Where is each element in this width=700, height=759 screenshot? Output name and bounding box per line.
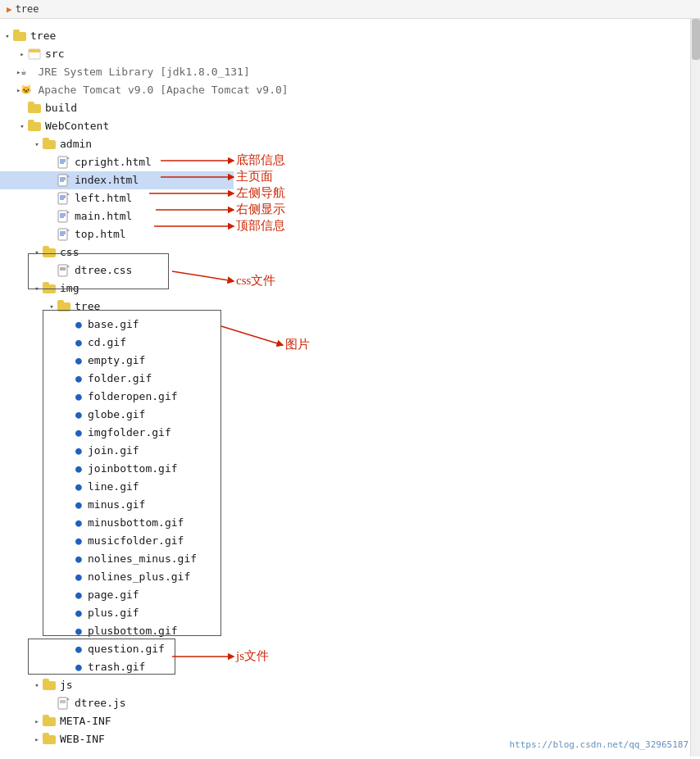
svg-marker-3	[67, 157, 70, 159]
tree-item[interactable]: ▸ ● page.gif	[0, 586, 234, 604]
gif-icon: ●	[72, 426, 85, 439]
tree-item[interactable]: ▸ ● join.gif	[0, 442, 234, 460]
tree-item[interactable]: ▸ ● musicfolder.gif	[0, 532, 234, 550]
gif-icon: ●	[72, 552, 85, 566]
item-label: empty.gif	[88, 352, 145, 369]
tree-item[interactable]: ▸ ● empty.gif	[0, 352, 234, 370]
item-label: minusbottom.gif	[88, 515, 184, 531]
svg-rect-17	[58, 211, 67, 222]
tree-item[interactable]: ▸ src	[0, 45, 234, 63]
expand-arrow: ▾	[16, 118, 28, 134]
item-label: META-INF	[60, 713, 111, 729]
main-content: ▾ tree ▸ src ▸ ☕ JRE System Library [jdk…	[0, 19, 700, 753]
svg-text:顶部信息: 顶部信息	[236, 219, 285, 232]
gif-icon: ●	[72, 390, 85, 403]
svg-rect-22	[58, 229, 67, 240]
svg-rect-12	[58, 193, 67, 204]
html-icon	[57, 210, 72, 223]
tree-item[interactable]: ▾ WebContent	[0, 117, 234, 135]
tree-item[interactable]: ▸ index.html	[0, 171, 234, 189]
expand-arrow: ▸	[31, 731, 43, 748]
tree-item[interactable]: ▸ ● plus.gif	[0, 604, 234, 622]
gif-icon: ●	[72, 462, 85, 475]
item-label: globe.gif	[88, 407, 145, 423]
item-label: main.html	[75, 208, 132, 225]
tree-item[interactable]: ▸ dtree.js	[0, 694, 234, 712]
item-label: css	[60, 244, 79, 261]
folder-icon	[43, 282, 57, 295]
tree-item[interactable]: ▸ main.html	[0, 207, 234, 225]
item-label: nolines_minus.gif	[88, 551, 197, 567]
svg-marker-32	[67, 698, 70, 700]
tree-item[interactable]: ▾ admin	[0, 135, 234, 153]
item-label: minus.gif	[88, 497, 145, 513]
tree-item[interactable]: ▸ ● globe.gif	[0, 406, 234, 424]
svg-text:右侧显示: 右侧显示	[236, 202, 285, 216]
title-bar: ▶ tree	[0, 0, 700, 19]
tree-item[interactable]: ▾ tree	[0, 27, 234, 45]
scrollbar-thumb[interactable]	[692, 19, 700, 60]
tree-item[interactable]: ▸ ● cd.gif	[0, 334, 234, 352]
html-icon	[57, 156, 72, 169]
tree-item[interactable]: ▸ META-INF	[0, 712, 234, 730]
tree-item[interactable]: ▸ left.html	[0, 189, 234, 207]
tree-item[interactable]: ▾ css	[0, 243, 234, 261]
tree-item[interactable]: ▸ top.html	[0, 225, 234, 243]
tree-item[interactable]: ▸ ● nolines_minus.gif	[0, 550, 234, 568]
tree-item[interactable]: ▸ cpright.html	[0, 153, 234, 171]
expand-arrow: ▾	[2, 28, 13, 44]
expand-arrow: ▾	[31, 280, 43, 297]
tree-item[interactable]: ▸ ● imgfolder.gif	[0, 424, 234, 442]
item-label: plus.gif	[88, 605, 139, 621]
item-label: tree	[30, 28, 56, 44]
folder-icon	[43, 733, 57, 746]
tree-item[interactable]: ▸ ● folder.gif	[0, 370, 234, 388]
item-label: Apache Tomcat v9.0 [Apache Tomcat v9.0]	[38, 82, 288, 98]
item-label: left.html	[75, 190, 132, 207]
gif-icon: ●	[72, 570, 85, 584]
gif-icon: ●	[72, 625, 85, 638]
tree-item[interactable]: ▸ WEB-INF	[0, 730, 234, 748]
tree-item[interactable]: ▸ ● plusbottom.gif	[0, 622, 234, 640]
tree-item[interactable]: ▾ img	[0, 280, 234, 298]
expand-arrow: ▾	[46, 298, 57, 315]
svg-rect-2	[58, 157, 67, 168]
tree-item[interactable]: ▸ ● line.gif	[0, 478, 234, 496]
item-label: WebContent	[45, 118, 109, 134]
tree-item[interactable]: ▾ tree	[0, 298, 234, 316]
tree-item[interactable]: ▸ ● joinbottom.gif	[0, 460, 234, 478]
folder-icon	[13, 30, 28, 43]
project-icon: ▶	[7, 4, 12, 15]
item-label: img	[60, 280, 79, 297]
item-label: dtree.js	[75, 695, 126, 711]
scrollbar[interactable]	[690, 19, 700, 757]
folder-icon	[43, 679, 57, 692]
tree-item[interactable]: ▸ ● nolines_plus.gif	[0, 568, 234, 586]
item-label: folderopen.gif	[88, 389, 178, 405]
expand-arrow: ▾	[31, 244, 43, 261]
gif-icon: ●	[72, 372, 85, 385]
item-label: imgfolder.gif	[88, 425, 171, 441]
tree-item[interactable]: ▸ ● minusbottom.gif	[0, 514, 234, 532]
tree-item[interactable]: ▸ 🐱 Apache Tomcat v9.0 [Apache Tomcat v9…	[0, 81, 234, 99]
html-icon	[57, 228, 72, 241]
svg-text:左侧导航: 左侧导航	[236, 186, 285, 199]
item-label: WEB-INF	[60, 731, 105, 748]
item-label: js	[60, 677, 73, 693]
svg-text:底部信息: 底部信息	[236, 153, 285, 166]
tree-item[interactable]: ▸ ● question.gif	[0, 640, 234, 658]
tree-item[interactable]: ▾ js	[0, 676, 234, 694]
tomcat-icon: 🐱	[20, 84, 35, 97]
item-label: plusbottom.gif	[88, 623, 178, 639]
folder-icon	[57, 300, 72, 313]
tree-item[interactable]: ▸ ● minus.gif	[0, 496, 234, 514]
tree-item[interactable]: ▸ ☕ JRE System Library [jdk1.8.0_131]	[0, 63, 234, 81]
item-label: src	[45, 46, 64, 62]
tree-list: ▾ tree ▸ src ▸ ☕ JRE System Library [jdk…	[0, 22, 234, 753]
tree-item[interactable]: ▸ dtree.css	[0, 261, 234, 280]
tree-item[interactable]: ▸ ● base.gif	[0, 316, 234, 334]
item-label: folder.gif	[88, 370, 152, 387]
tree-item[interactable]: ▸ ● trash.gif	[0, 658, 234, 676]
tree-item[interactable]: ▸ ● folderopen.gif	[0, 388, 234, 406]
tree-item[interactable]: ▸ build	[0, 99, 234, 117]
